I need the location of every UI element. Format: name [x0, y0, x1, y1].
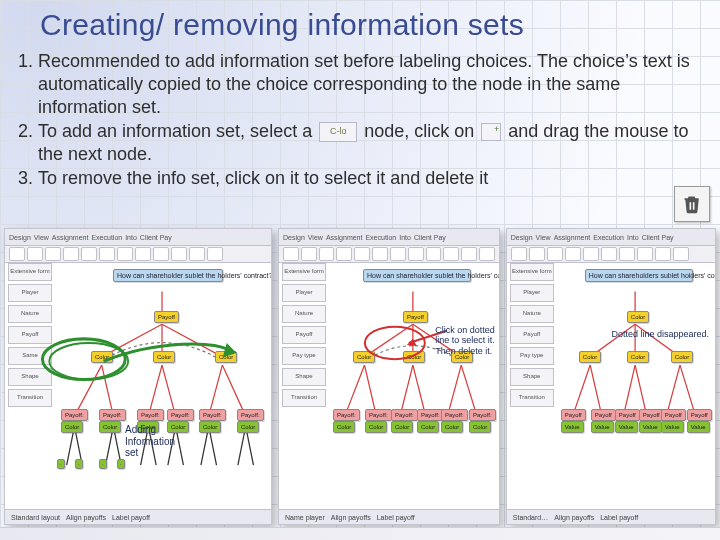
- toolbar-button[interactable]: [63, 247, 79, 261]
- payoff-node[interactable]: Payoff:: [99, 409, 126, 421]
- tab[interactable]: Into: [125, 234, 137, 241]
- payoff-value[interactable]: Value: [561, 421, 584, 433]
- payoff-node[interactable]: Payoff:: [417, 409, 444, 421]
- payoff-node[interactable]: Payoff:: [167, 409, 194, 421]
- payoff-node[interactable]: Payoff:: [441, 409, 468, 421]
- root-node[interactable]: How can shareholders sublet holders' con…: [585, 269, 693, 282]
- toolbar-button[interactable]: [354, 247, 370, 261]
- payoff-value[interactable]: Color: [469, 421, 491, 433]
- payoff-value[interactable]: Value: [687, 421, 710, 433]
- payoff-value[interactable]: Value: [591, 421, 614, 433]
- root-node[interactable]: How can shareholder sublet the holders' …: [363, 269, 471, 282]
- payoff-value[interactable]: Value: [639, 421, 662, 433]
- payoff-value[interactable]: Color: [99, 421, 121, 433]
- toolbar-button[interactable]: [135, 247, 151, 261]
- toolbar-button[interactable]: [511, 247, 527, 261]
- toolbar-button[interactable]: [565, 247, 581, 261]
- toolbar-button[interactable]: [547, 247, 563, 261]
- palette-item[interactable]: Payoff: [510, 326, 554, 344]
- palette-item[interactable]: Nature: [510, 305, 554, 323]
- toolbar-button[interactable]: [426, 247, 442, 261]
- toolbar-button[interactable]: [619, 247, 635, 261]
- palette-item[interactable]: Transition: [510, 389, 554, 407]
- toolbar-button[interactable]: [655, 247, 671, 261]
- payoff-value[interactable]: Color: [391, 421, 413, 433]
- payoff-value[interactable]: Color: [417, 421, 439, 433]
- payoff-node[interactable]: Payoff:: [199, 409, 226, 421]
- terminal-node[interactable]: ·: [99, 459, 107, 469]
- tab[interactable]: Assignment: [52, 234, 89, 241]
- decision-node[interactable]: Color: [91, 351, 113, 363]
- terminal-node[interactable]: ·: [117, 459, 125, 469]
- decision-node[interactable]: Color: [215, 351, 237, 363]
- tree-canvas[interactable]: How can shareholder sublet the holders' …: [329, 263, 497, 508]
- tab[interactable]: Design: [9, 234, 31, 241]
- player-node[interactable]: Payoff: [154, 311, 179, 323]
- tab[interactable]: Execution: [365, 234, 396, 241]
- tab[interactable]: Execution: [593, 234, 624, 241]
- palette-item[interactable]: Player: [8, 284, 52, 302]
- terminal-node[interactable]: ·: [75, 459, 83, 469]
- tree-canvas[interactable]: How can shareholders sublet holders' con…: [557, 263, 713, 508]
- tab[interactable]: Into: [399, 234, 411, 241]
- tab[interactable]: View: [308, 234, 323, 241]
- toolbar-button[interactable]: [189, 247, 205, 261]
- palette-item[interactable]: Pay type: [282, 347, 326, 365]
- toolbar-button[interactable]: [673, 247, 689, 261]
- palette-item[interactable]: Extensive form: [510, 263, 554, 281]
- palette-item[interactable]: Transition: [8, 389, 52, 407]
- toolbar-button[interactable]: [583, 247, 599, 261]
- toolbar-button[interactable]: [171, 247, 187, 261]
- payoff-node[interactable]: Payoff:: [61, 409, 88, 421]
- payoff-node[interactable]: Payoff: [615, 409, 640, 421]
- toolbar-button[interactable]: [601, 247, 617, 261]
- payoff-node[interactable]: Payoff:: [469, 409, 496, 421]
- terminal-node[interactable]: ·: [57, 459, 65, 469]
- payoff-node[interactable]: Payoff:: [333, 409, 360, 421]
- palette-item[interactable]: Player: [282, 284, 326, 302]
- tab[interactable]: View: [536, 234, 551, 241]
- toolbar-button[interactable]: [390, 247, 406, 261]
- toolbar-button[interactable]: [27, 247, 43, 261]
- decision-node[interactable]: Color: [671, 351, 693, 363]
- toolbar-button[interactable]: [461, 247, 477, 261]
- toolbar-button[interactable]: [372, 247, 388, 261]
- toolbar-button[interactable]: [408, 247, 424, 261]
- player-node[interactable]: Color: [627, 311, 649, 323]
- toolbar-button[interactable]: [637, 247, 653, 261]
- toolbar-button[interactable]: [117, 247, 133, 261]
- decision-node[interactable]: Color: [353, 351, 375, 363]
- tree-canvas[interactable]: How can shareholder sublet the holders' …: [55, 263, 269, 508]
- toolbar-button[interactable]: [81, 247, 97, 261]
- toolbar-button[interactable]: [301, 247, 317, 261]
- palette-item[interactable]: Shape: [8, 368, 52, 386]
- tab[interactable]: Design: [283, 234, 305, 241]
- palette-item[interactable]: Same: [8, 347, 52, 365]
- toolbar-button[interactable]: [479, 247, 495, 261]
- tab[interactable]: Client Pay: [414, 234, 446, 241]
- delete-button[interactable]: [674, 186, 710, 222]
- palette-item[interactable]: Nature: [282, 305, 326, 323]
- payoff-value[interactable]: Color: [61, 421, 83, 433]
- tab[interactable]: Client Pay: [642, 234, 674, 241]
- decision-node[interactable]: Color: [579, 351, 601, 363]
- toolbar-button[interactable]: [45, 247, 61, 261]
- payoff-node[interactable]: Payoff: [561, 409, 586, 421]
- tab[interactable]: Execution: [91, 234, 122, 241]
- toolbar-button[interactable]: [283, 247, 299, 261]
- palette-item[interactable]: Shape: [510, 368, 554, 386]
- payoff-value[interactable]: Color: [237, 421, 259, 433]
- decision-node[interactable]: Color: [627, 351, 649, 363]
- payoff-node[interactable]: Payoff: [639, 409, 664, 421]
- payoff-node[interactable]: Payoff:: [391, 409, 418, 421]
- palette-item[interactable]: Pay type: [510, 347, 554, 365]
- palette-item[interactable]: Extensive form: [8, 263, 52, 281]
- tab[interactable]: Assignment: [326, 234, 363, 241]
- payoff-value[interactable]: Color: [441, 421, 463, 433]
- toolbar-button[interactable]: [207, 247, 223, 261]
- payoff-value[interactable]: Color: [365, 421, 387, 433]
- payoff-value[interactable]: Color: [333, 421, 355, 433]
- decision-node[interactable]: Color: [403, 351, 425, 363]
- toolbar-button[interactable]: [319, 247, 335, 261]
- payoff-node[interactable]: Payoff: [591, 409, 616, 421]
